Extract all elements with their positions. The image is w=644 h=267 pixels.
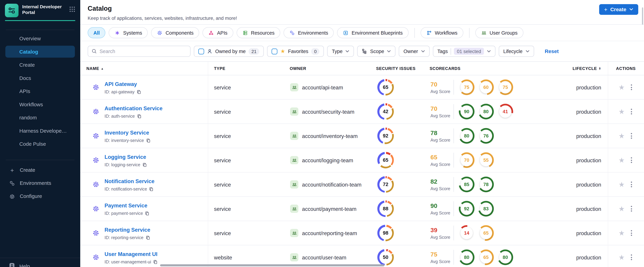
sidebar-item-apis[interactable]: APIs <box>5 85 75 97</box>
entity-name-link[interactable]: Reporting Service <box>104 227 150 233</box>
tags-dropdown[interactable]: Tags 01 selected <box>433 46 496 57</box>
tab-workflows[interactable]: Workflows <box>420 27 463 38</box>
favorites-filter[interactable]: ★ Favorites 0 <box>267 46 324 57</box>
tab-user-groups[interactable]: User Groups <box>475 27 523 38</box>
scorecard-gauge[interactable]: 75 <box>498 80 513 95</box>
favorite-star-icon[interactable]: ★ <box>618 181 625 188</box>
column-header-security[interactable]: SECURITY ISSUES <box>370 62 424 75</box>
entity-name-link[interactable]: API Gateway <box>104 81 137 87</box>
sidebar-bottom-create[interactable]: + Create <box>0 164 80 176</box>
sidebar-item-catalog[interactable]: Catalog <box>5 46 75 58</box>
column-header-name[interactable]: NAME▲ <box>80 62 208 75</box>
vertical-scrollbar[interactable] <box>642 8 643 25</box>
scorecard-gauge[interactable]: 75 <box>459 80 474 95</box>
scorecard-gauge[interactable]: 80 <box>459 250 474 265</box>
scorecard-gauge[interactable]: 65 <box>478 225 494 241</box>
entity-name-link[interactable]: Notification Service <box>104 178 154 184</box>
create-button[interactable]: + Create <box>599 4 638 15</box>
favorites-checkbox[interactable] <box>272 48 278 54</box>
sidebar-item-create[interactable]: Create <box>5 59 75 71</box>
scorecard-gauge[interactable]: 92 <box>459 201 474 216</box>
favorite-star-icon[interactable]: ★ <box>618 132 625 139</box>
tab-resources[interactable]: Resources <box>236 27 280 38</box>
tab-apis[interactable]: APIs <box>203 27 233 38</box>
owner-name[interactable]: account/security-team <box>302 108 354 115</box>
owned-by-me-checkbox[interactable] <box>198 48 204 54</box>
sidebar-bottom-configure[interactable]: Configure <box>0 190 80 203</box>
row-menu-icon[interactable] <box>630 254 633 261</box>
row-menu-icon[interactable] <box>630 132 633 140</box>
tab-environments[interactable]: Environments <box>284 27 334 38</box>
sidebar-item-harness-developer[interactable]: Harness Develope… <box>5 125 75 136</box>
copy-icon[interactable] <box>146 235 150 240</box>
favorite-star-icon[interactable]: ★ <box>618 156 625 164</box>
sidebar-item-random[interactable]: random <box>5 112 75 124</box>
owner-dropdown[interactable]: Owner <box>399 46 430 57</box>
scorecard-gauge[interactable]: 65 <box>478 250 494 265</box>
scorecard-gauge[interactable]: 14 <box>459 225 474 241</box>
favorite-star-icon[interactable]: ★ <box>618 84 625 91</box>
scorecard-gauge[interactable]: 70 <box>459 152 474 168</box>
column-header-owner[interactable]: OWNER <box>284 62 370 75</box>
entity-name-link[interactable]: User Management UI <box>104 251 158 257</box>
sidebar-item-code-pulse[interactable]: Code Pulse <box>5 138 75 150</box>
row-menu-icon[interactable] <box>630 84 633 91</box>
row-menu-icon[interactable] <box>630 181 633 188</box>
scorecard-gauge[interactable]: 80 <box>498 250 513 265</box>
row-menu-icon[interactable] <box>630 108 633 115</box>
entity-name-link[interactable]: Inventory Service <box>104 130 149 136</box>
tab-all[interactable]: All <box>88 27 106 38</box>
sidebar-bottom-environments[interactable]: Environments <box>0 176 80 190</box>
sidebar-item-overview[interactable]: Overview <box>5 32 75 44</box>
sidebar-item-docs[interactable]: Docs <box>5 72 75 84</box>
favorite-star-icon[interactable]: ★ <box>618 254 625 261</box>
scorecard-gauge[interactable]: 55 <box>478 152 494 168</box>
scorecard-gauge[interactable]: 76 <box>478 128 494 144</box>
owned-by-me-filter[interactable]: Owned by me 21 <box>194 46 264 57</box>
owner-name[interactable]: account/logging-team <box>302 157 353 163</box>
scorecard-gauge[interactable]: 85 <box>459 176 474 192</box>
entity-name-link[interactable]: Authentication Service <box>104 106 162 112</box>
copy-icon[interactable] <box>137 114 141 118</box>
favorite-star-icon[interactable]: ★ <box>618 108 625 115</box>
copy-icon[interactable] <box>146 138 150 143</box>
tab-systems[interactable]: Systems <box>109 27 148 38</box>
owner-name[interactable]: account/inventory-team <box>302 133 358 139</box>
scorecard-gauge[interactable]: 60 <box>478 80 494 95</box>
owner-name[interactable]: account/user-team <box>302 254 346 260</box>
app-switcher-grid-icon[interactable] <box>69 6 75 12</box>
row-menu-icon[interactable] <box>630 205 633 212</box>
sidebar-help[interactable]: Help <box>0 258 80 267</box>
copy-icon[interactable] <box>136 90 141 94</box>
favorite-star-icon[interactable]: ★ <box>618 230 625 236</box>
horizontal-scrollbar[interactable] <box>160 264 384 266</box>
copy-icon[interactable] <box>145 211 150 216</box>
lifecycle-dropdown[interactable]: Lifecycle <box>499 46 534 57</box>
search-input[interactable] <box>100 48 186 54</box>
scorecard-gauge[interactable]: 80 <box>478 104 494 119</box>
owner-name[interactable]: account/notification-team <box>302 182 362 188</box>
entity-name-link[interactable]: Payment Service <box>104 202 148 209</box>
reset-filters-button[interactable]: Reset <box>545 48 558 54</box>
scorecard-gauge[interactable]: 90 <box>459 104 474 119</box>
column-header-type[interactable]: TYPE <box>208 62 284 75</box>
entity-name-link[interactable]: Logging Service <box>104 154 146 160</box>
column-header-scorecards[interactable]: SCORECARDS <box>424 62 545 75</box>
column-header-lifecycle[interactable]: LIFECYCLE ▲▼ <box>545 62 608 75</box>
tab-environment-blueprints[interactable]: Environment Blueprints <box>337 27 408 38</box>
scorecard-gauge[interactable]: 83 <box>478 201 494 216</box>
row-menu-icon[interactable] <box>630 156 633 164</box>
sidebar-item-workflows[interactable]: Workflows <box>5 98 75 110</box>
scorecard-gauge[interactable]: 78 <box>478 176 494 192</box>
favorite-star-icon[interactable]: ★ <box>618 205 625 212</box>
owner-name[interactable]: account/payment-team <box>302 206 356 212</box>
copy-icon[interactable] <box>149 187 154 191</box>
tab-components[interactable]: Components <box>151 27 200 38</box>
scope-dropdown[interactable]: Scope <box>357 46 396 57</box>
type-dropdown[interactable]: Type <box>327 46 354 57</box>
owner-name[interactable]: account/api-team <box>302 84 343 90</box>
copy-icon[interactable] <box>142 162 147 167</box>
copy-icon[interactable] <box>153 260 158 264</box>
scorecard-gauge[interactable]: 41 <box>498 104 513 119</box>
row-menu-icon[interactable] <box>630 229 633 237</box>
